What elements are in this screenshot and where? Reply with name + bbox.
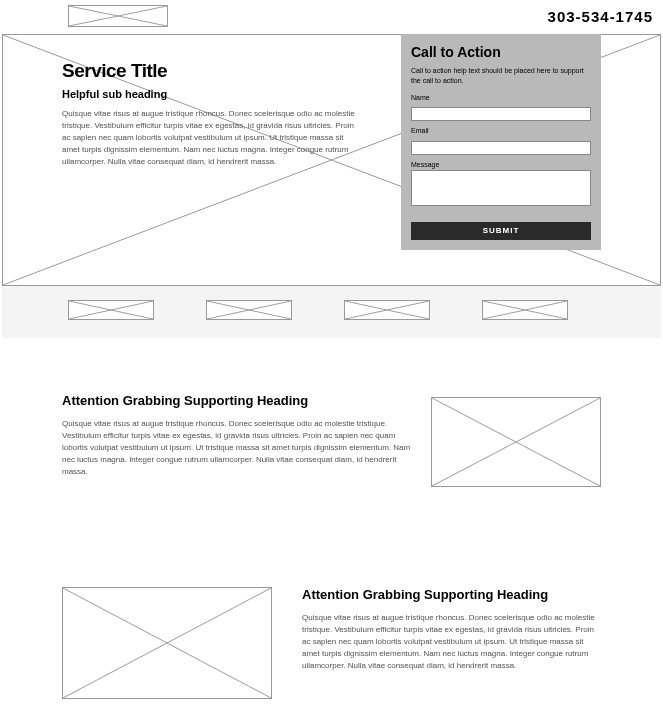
partner-logo-placeholder (482, 300, 568, 320)
message-input[interactable] (411, 170, 591, 206)
name-label: Name (411, 94, 591, 101)
message-label: Message (411, 161, 591, 168)
submit-button[interactable]: SUBMIT (411, 222, 591, 240)
feature-2-heading: Attention Grabbing Supporting Heading (302, 587, 601, 604)
service-title: Service Title (62, 60, 362, 82)
feature-1-heading: Attention Grabbing Supporting Heading (62, 393, 413, 410)
name-input[interactable] (411, 107, 591, 121)
hero-content: Service Title Helpful sub heading Quisqu… (62, 60, 362, 168)
email-input[interactable] (411, 141, 591, 155)
cta-help-text: Call to action help text should be place… (411, 66, 591, 86)
feature-2-body: Quisque vitae risus at augue tristique r… (302, 612, 601, 672)
service-subheading: Helpful sub heading (62, 88, 362, 100)
partner-logo-placeholder (344, 300, 430, 320)
logo-band (2, 286, 661, 338)
header: 303-534-1745 (0, 0, 663, 32)
email-label: Email (411, 127, 591, 134)
feature-1-body: Quisque vitae risus at augue tristique r… (62, 418, 413, 478)
cta-heading: Call to Action (411, 44, 591, 60)
feature-section-1: Attention Grabbing Supporting Heading Qu… (0, 338, 663, 527)
phone-number: 303-534-1745 (548, 8, 653, 25)
cta-panel: Call to Action Call to action help text … (401, 34, 601, 250)
logo-placeholder (68, 5, 168, 27)
partner-logo-placeholder (206, 300, 292, 320)
hero-section: Service Title Helpful sub heading Quisqu… (2, 34, 661, 286)
feature-section-2: Attention Grabbing Supporting Heading Qu… (0, 527, 663, 716)
service-body: Quisque vitae risus at augue tristique r… (62, 108, 362, 168)
feature-1-image-placeholder (431, 397, 601, 487)
feature-2-image-placeholder (62, 587, 272, 699)
partner-logo-placeholder (68, 300, 154, 320)
